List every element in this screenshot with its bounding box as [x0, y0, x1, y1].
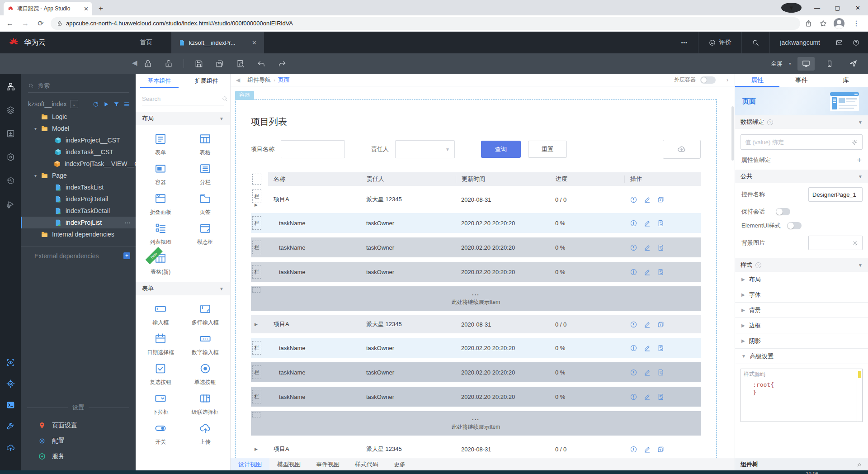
rail-cloud-up-icon[interactable] [6, 443, 15, 452]
messages-button[interactable] [830, 32, 849, 53]
op-check-icon[interactable] [657, 369, 665, 376]
palette-item-分栏[interactable]: 分栏 [183, 159, 228, 189]
browser-tab[interactable]: 项目跟踪 - App Studio ✕ [4, 2, 92, 15]
op-info-icon[interactable] [630, 321, 637, 328]
style-section-高级设置[interactable]: ▼高级设置 [735, 349, 868, 364]
op-edit-icon[interactable] [643, 369, 651, 376]
op-info-icon[interactable] [630, 196, 637, 204]
table-gutter-marker[interactable] [252, 287, 260, 293]
view-tab-事件视图[interactable]: 事件视图 [308, 458, 347, 470]
rail-target-icon[interactable] [6, 379, 15, 389]
column-marker[interactable]: 栏 [252, 390, 261, 403]
save-icon[interactable] [194, 59, 203, 68]
share-icon[interactable] [805, 19, 813, 28]
op-check-icon[interactable] [657, 268, 665, 276]
op-add-icon[interactable] [657, 196, 665, 204]
project-dropdown[interactable]: ⌄ [70, 100, 78, 108]
value-binding-field[interactable] [741, 134, 863, 150]
palette-item-表单[interactable]: 表单 [138, 129, 183, 159]
tree-item-Logic[interactable]: Logic [21, 111, 136, 123]
op-info-icon[interactable] [630, 268, 637, 276]
task-row[interactable]: 栏taskNametaskOwner2020.02.20 20:20:200 % [251, 338, 701, 358]
item-menu-dots-icon[interactable]: ⋯ [124, 219, 131, 226]
user-menu[interactable]: jackwangcumt [770, 32, 830, 53]
style-source-editor[interactable]: 样式源码 :root{ } [741, 369, 863, 422]
op-edit-icon[interactable] [643, 344, 651, 352]
palette-section-布局[interactable]: 布局▼ [136, 112, 230, 125]
add-attr-binding-icon[interactable]: + [857, 157, 862, 163]
task-row[interactable]: 栏taskNametaskOwner2020.02.20 20:20:200 % [251, 237, 701, 257]
export-button[interactable] [663, 140, 701, 159]
op-check-icon[interactable] [657, 219, 665, 227]
forward-icon[interactable]: → [20, 19, 31, 28]
task-row[interactable]: 栏taskNametaskOwner2020.02.20 20:20:200 % [251, 213, 701, 233]
rail-wrench-icon[interactable] [6, 422, 15, 431]
breadcrumb-root[interactable]: 组件导航 [247, 76, 271, 84]
view-tab-更多[interactable]: 更多 [386, 458, 413, 470]
lock-icon[interactable] [143, 59, 152, 68]
palette-item-日期选择框[interactable]: 日期选择框 [138, 329, 183, 359]
device-mobile-button[interactable] [821, 57, 838, 71]
reset-button[interactable]: 重置 [528, 141, 567, 158]
column-marker[interactable]: 栏 [252, 241, 261, 254]
column-header-进度[interactable]: 进度 [550, 175, 624, 183]
expand-row-icon[interactable]: ▶ [255, 203, 258, 207]
column-marker[interactable]: 栏 [252, 365, 261, 379]
op-info-icon[interactable] [630, 219, 637, 227]
palette-item-级联选择框[interactable]: 级联选择框 [183, 389, 228, 418]
back-icon[interactable]: ← [5, 19, 15, 28]
op-info-icon[interactable] [630, 393, 637, 401]
op-info-icon[interactable] [630, 244, 637, 251]
tab-events[interactable]: 事件 [779, 74, 824, 87]
help-icon[interactable]: ? [767, 119, 773, 125]
op-edit-icon[interactable] [643, 393, 651, 401]
expand-arrow-icon[interactable]: ▾ [34, 126, 41, 131]
settings-item-配置[interactable]: 配置 [21, 433, 136, 449]
column-marker[interactable]: 栏 [252, 190, 261, 203]
rail-terminal-icon[interactable] [6, 400, 15, 410]
op-add-icon[interactable] [657, 321, 665, 328]
column-marker[interactable]: 栏 [252, 216, 261, 230]
window-close-button[interactable]: ✕ [848, 5, 868, 11]
style-source-code[interactable]: :root{ } [753, 381, 862, 396]
canvas-scrollbar[interactable] [731, 106, 734, 161]
refresh-icon[interactable] [92, 101, 99, 108]
palette-item-表格[interactable]: 表格 [183, 129, 228, 159]
explorer-collapse-icon[interactable]: ◀ [132, 59, 137, 67]
rail-eye-scan-icon[interactable] [6, 358, 15, 367]
design-canvas[interactable]: 容器 项目列表 项目名称 责任人 ▼ 查询 重置 名称责任人更新时间进度操作 [231, 86, 735, 458]
unlock-icon[interactable] [164, 59, 173, 68]
section-common[interactable]: 公共 ▼ [735, 170, 868, 183]
column-header-名称[interactable]: 名称 [268, 175, 361, 183]
op-check-icon[interactable] [657, 244, 665, 251]
palette-item-下拉框[interactable]: 下拉框 [138, 389, 183, 418]
browser-update-badge[interactable]: ▼ [781, 3, 802, 13]
keep-session-toggle[interactable] [776, 208, 790, 215]
palette-item-表格(新)[interactable]: beta表格(新) [138, 248, 183, 278]
expand-row-icon[interactable]: ▶ [255, 322, 258, 327]
tree-item-Internal dependencies[interactable]: Internal dependencies [21, 228, 136, 240]
feedback-button[interactable]: 评价 [698, 32, 741, 53]
column-header-操作[interactable]: 操作 [624, 175, 702, 183]
tab-library[interactable]: 库 [824, 74, 868, 87]
tab-properties[interactable]: 属性 [735, 74, 779, 87]
play-icon[interactable] [103, 101, 109, 108]
table-more-row[interactable]: ...此处将继续展示Item [251, 411, 701, 436]
bg-image-field[interactable] [808, 236, 863, 250]
tab-basic-components[interactable]: 基本组件 [136, 74, 183, 88]
owner-select[interactable]: ▼ [395, 140, 455, 158]
add-dependency-icon[interactable]: + [123, 252, 130, 259]
fullscreen-select[interactable]: 全屏 [771, 60, 783, 68]
op-edit-icon[interactable] [643, 219, 651, 227]
window-minimize-button[interactable]: — [807, 5, 827, 11]
redo-icon[interactable] [278, 59, 287, 68]
op-add-icon[interactable] [657, 446, 665, 453]
op-edit-icon[interactable] [643, 446, 651, 453]
tab-close-icon[interactable]: ✕ [84, 5, 89, 12]
task-row[interactable]: 栏taskNametaskOwner2020.02.20 20:20:200 % [251, 262, 701, 282]
component-tree-bar[interactable]: 组件树 [735, 458, 868, 470]
home-link[interactable]: 首页 [140, 38, 152, 47]
palette-search-input[interactable] [142, 95, 222, 102]
op-info-icon[interactable] [630, 369, 637, 376]
op-edit-icon[interactable] [643, 268, 651, 276]
